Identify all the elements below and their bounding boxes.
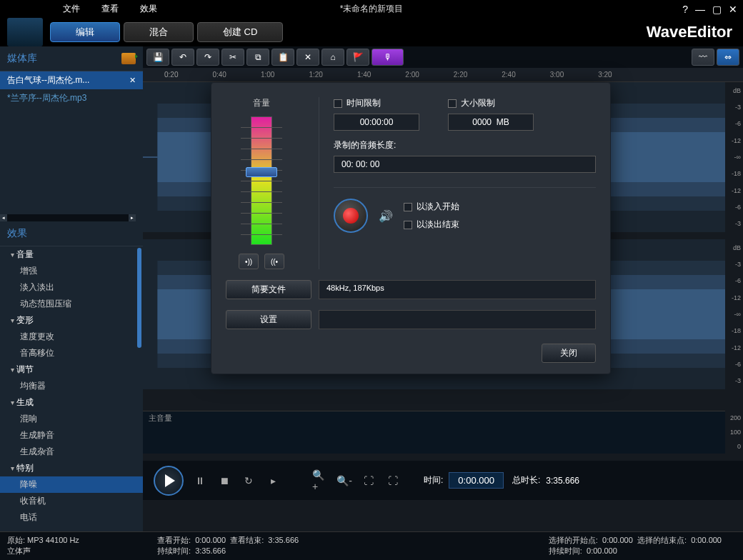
- pause-button[interactable]: ⏸: [192, 473, 208, 489]
- media-file-item[interactable]: 告白气球--周杰伦.m... ✕: [0, 71, 143, 89]
- effect-radio[interactable]: 收音机: [0, 493, 143, 509]
- flag-button[interactable]: 🚩: [346, 49, 369, 66]
- crop-button[interactable]: ⌂: [321, 49, 344, 66]
- media-list: 告白气球--周杰伦.m... ✕ *兰亭序--周杰伦.mp3 ◂ ▸: [0, 71, 143, 221]
- profile-info: 48kHz, 187Kbps: [319, 280, 596, 299]
- editor-content: 💾 ↶ ↷ ✂ ⧉ 📋 ✕ ⌂ 🚩 🎙 〰 ⇔ 0:200:401:001:20…: [143, 46, 743, 532]
- master-scale: 2001000: [725, 411, 743, 454]
- effect-denoise[interactable]: 降噪: [0, 476, 143, 493]
- header-row: 编辑 混合 创建 CD WaveEditor: [0, 18, 743, 46]
- stop-button[interactable]: ⏹: [216, 473, 232, 489]
- effect-category-special[interactable]: 特别: [0, 460, 143, 476]
- open-folder-icon[interactable]: [121, 53, 136, 64]
- minimize-icon[interactable]: —: [695, 4, 705, 15]
- loop-button[interactable]: ↻: [241, 473, 256, 489]
- source-channels: 立体声: [7, 546, 143, 556]
- scroll-right-icon[interactable]: ▸: [129, 214, 136, 221]
- effect-category-transform[interactable]: 变形: [0, 312, 143, 329]
- close-icon[interactable]: ✕: [729, 4, 737, 15]
- time-limit-checkbox[interactable]: [334, 99, 342, 108]
- help-icon[interactable]: ?: [682, 4, 688, 15]
- settings-info: [319, 310, 596, 329]
- status-bar: 原始: MP3 44100 Hz 立体声 查看开始: 0:00.000 查看结束…: [0, 531, 743, 560]
- fade-in-label: 以淡入开始: [417, 201, 459, 213]
- effect-category-generate[interactable]: 生成: [0, 394, 143, 411]
- delete-button[interactable]: ✕: [296, 49, 319, 66]
- undo-button[interactable]: ↶: [171, 49, 194, 66]
- zoom-fit-button[interactable]: ⛶: [385, 473, 401, 489]
- effect-pitch[interactable]: 音高移位: [0, 345, 143, 361]
- profile-button[interactable]: 简要文件: [226, 280, 311, 299]
- title-bar: 文件 查看 效果 *未命名的新项目 ? — ▢ ✕: [0, 0, 743, 18]
- settings-button[interactable]: 设置: [226, 310, 311, 329]
- time-label: 时间:: [424, 474, 443, 486]
- master-volume-label: 主音量: [149, 413, 172, 424]
- record-start-button[interactable]: [334, 199, 368, 233]
- zoom-out-button[interactable]: 🔍-: [336, 473, 352, 489]
- toolbar: 💾 ↶ ↷ ✂ ⧉ 📋 ✕ ⌂ 🚩 🎙 〰 ⇔: [143, 46, 743, 68]
- play-button[interactable]: [154, 466, 184, 496]
- record-button[interactable]: 🎙: [372, 49, 404, 66]
- menu-view[interactable]: 查看: [101, 3, 119, 15]
- sidebar: 媒体库 告白气球--周杰伦.m... ✕ *兰亭序--周杰伦.mp3 ◂ ▸ 效…: [0, 46, 143, 532]
- scroll-left-icon[interactable]: ◂: [0, 214, 7, 221]
- size-limit-checkbox[interactable]: [448, 99, 457, 108]
- master-volume-track[interactable]: 主音量: [143, 411, 725, 454]
- size-limit-input[interactable]: 0000 MB: [448, 114, 534, 131]
- time-limit-label: 时间限制: [346, 97, 381, 109]
- save-button[interactable]: 💾: [146, 49, 169, 66]
- fade-in-checkbox[interactable]: [404, 203, 412, 211]
- zoom-in-button[interactable]: 🔍+: [312, 473, 328, 489]
- speaker-icon[interactable]: 🔊: [379, 209, 393, 223]
- effect-silence[interactable]: 生成静音: [0, 427, 143, 444]
- waveform-mode-button[interactable]: 〰: [692, 49, 714, 66]
- volume-slider[interactable]: [251, 116, 272, 245]
- cut-button[interactable]: ✂: [221, 49, 244, 66]
- speaker-in-icon[interactable]: ((•: [264, 254, 284, 269]
- window-title: *未命名的新项目: [340, 3, 404, 15]
- copy-button[interactable]: ⧉: [246, 49, 269, 66]
- next-button[interactable]: ▸: [265, 473, 281, 489]
- record-dot-icon: [343, 208, 359, 224]
- app-logo-icon: [7, 18, 43, 46]
- effect-category-volume[interactable]: 音量: [0, 246, 143, 263]
- media-library-header: 媒体库: [0, 46, 143, 71]
- selection-mode-button[interactable]: ⇔: [717, 49, 739, 66]
- tab-create-cd[interactable]: 创建 CD: [197, 22, 283, 42]
- file-close-icon[interactable]: ✕: [129, 76, 136, 85]
- time-limit-input[interactable]: 00:00:00: [334, 114, 419, 131]
- zoom-sel-button[interactable]: ⛶: [361, 473, 377, 489]
- volume-thumb[interactable]: [246, 167, 277, 177]
- tab-mix[interactable]: 混合: [124, 22, 194, 42]
- total-time-label: 总时长:: [512, 474, 540, 486]
- effect-phone[interactable]: 电话: [0, 509, 143, 526]
- effect-fade[interactable]: 淡入淡出: [0, 279, 143, 296]
- effect-enhance[interactable]: 增强: [0, 263, 143, 279]
- effect-eq[interactable]: 均衡器: [0, 378, 143, 394]
- db-scale-left: dB-3-6-12-∞-18-12-6-3: [725, 82, 743, 232]
- time-display: 0:00.000: [449, 472, 504, 489]
- brand-label: WaveEditor: [647, 23, 732, 41]
- tab-edit[interactable]: 编辑: [50, 22, 120, 42]
- maximize-icon[interactable]: ▢: [712, 4, 722, 15]
- rec-length-display: 00: 00: 00: [334, 156, 596, 173]
- effect-reverb[interactable]: 混响: [0, 411, 143, 427]
- menu-file[interactable]: 文件: [63, 3, 80, 15]
- menu-effects[interactable]: 效果: [140, 3, 157, 15]
- redo-button[interactable]: ↷: [196, 49, 219, 66]
- play-icon: [165, 474, 175, 487]
- timeline-ruler[interactable]: 0:200:401:001:201:402:002:202:403:003:20: [143, 68, 743, 82]
- close-button[interactable]: 关闭: [542, 344, 596, 363]
- media-scrollbar[interactable]: ◂ ▸: [0, 214, 136, 221]
- effect-category-adjust[interactable]: 调节: [0, 361, 143, 378]
- fade-out-checkbox[interactable]: [404, 221, 412, 229]
- effect-compress[interactable]: 动态范围压缩: [0, 296, 143, 312]
- paste-button[interactable]: 📋: [271, 49, 294, 66]
- effects-scrollbar[interactable]: [137, 248, 141, 348]
- effect-noise[interactable]: 生成杂音: [0, 444, 143, 460]
- effect-speed[interactable]: 速度更改: [0, 329, 143, 345]
- speaker-out-icon[interactable]: •)): [239, 254, 259, 269]
- media-file-item[interactable]: *兰亭序--周杰伦.mp3: [0, 89, 143, 107]
- size-limit-label: 大小限制: [461, 97, 495, 109]
- volume-label: 音量: [226, 97, 297, 109]
